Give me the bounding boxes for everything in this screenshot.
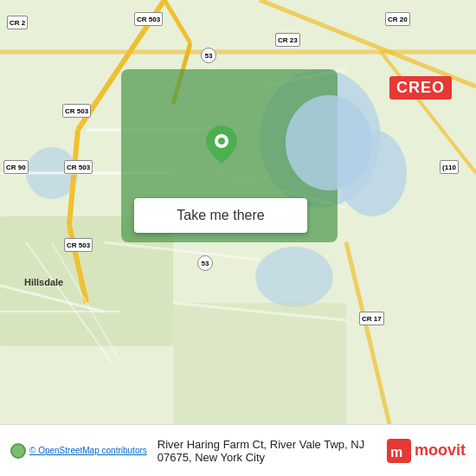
svg-point-27 [218,138,225,145]
creo-logo: CREO [389,76,452,100]
route-label-cr17: CR 17 [359,312,384,325]
svg-text:m: m [390,445,402,460]
route-label-cr503b: CR 503 [62,104,91,118]
moovit-logo: m moovit [387,439,466,463]
bottom-bar: © OpenStreetMap contributors River Harin… [0,424,476,476]
svg-rect-6 [173,303,346,424]
route-label-53b: 53 [197,255,213,271]
take-me-there-button[interactable]: Take me there [134,198,307,233]
osm-attribution-text[interactable]: © OpenStreetMap contributors [29,446,147,455]
route-label-cr503c: CR 503 [64,160,93,174]
route-label-110: (110 [440,160,459,174]
route-label-53a: 53 [201,48,216,63]
route-label-cr503d: CR 503 [64,238,93,252]
route-label-cr503a: CR 503 [134,12,163,26]
moovit-text: moovit [415,441,466,460]
route-label-cr2: CR 2 [7,16,28,29]
svg-point-4 [255,247,333,307]
location-pin [206,125,237,157]
water-body-1 [286,95,372,190]
route-label-cr90: CR 90 [3,160,29,174]
hillsdale-label: Hillsdale [24,277,63,287]
address-text: River Haring Farm Ct, River Vale Twp, NJ… [158,438,380,464]
osm-logo: © OpenStreetMap contributors [10,443,151,459]
route-label-cr23: CR 23 [275,33,300,47]
osm-circle-icon [10,443,26,459]
map-container: CR 2 CR 503 CR 503 CR 503 CR 503 CR 23 C… [0,0,476,424]
route-label-cr20: CR 20 [385,12,410,26]
